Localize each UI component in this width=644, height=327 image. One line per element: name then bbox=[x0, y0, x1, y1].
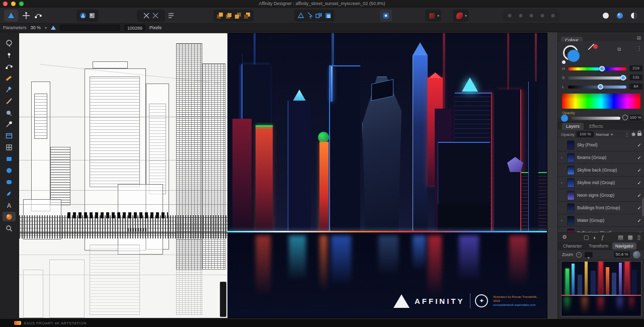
blend-mode-dropdown[interactable]: Normal bbox=[596, 132, 609, 137]
zoom-preset-dropdown[interactable]: ▾ bbox=[585, 252, 593, 258]
zoom-value[interactable]: 50.8 % bbox=[614, 252, 630, 258]
layer-row[interactable]: Neon signs (Group) ✓ bbox=[558, 189, 644, 202]
layer-thumbnail[interactable] bbox=[567, 216, 575, 225]
tab-layers[interactable]: Layers bbox=[562, 123, 584, 130]
layer-name[interactable]: Buildings front (Group) bbox=[577, 205, 635, 210]
fill-tool[interactable] bbox=[3, 108, 16, 117]
layer-visibility-check[interactable]: ✓ bbox=[637, 218, 641, 223]
colour-slider-H[interactable] bbox=[568, 67, 626, 70]
zoom-tool[interactable] bbox=[3, 223, 16, 233]
layer-visibility-check[interactable]: ✓ bbox=[637, 180, 641, 186]
vector-brush-tool[interactable] bbox=[3, 189, 16, 198]
zoom-out-icon[interactable]: − bbox=[576, 252, 582, 258]
layer-row[interactable]: › Water (Group) ✓ bbox=[558, 214, 644, 227]
snapping-button[interactable] bbox=[380, 10, 392, 22]
layer-thumbnail[interactable] bbox=[567, 191, 575, 200]
distribute-v-icon[interactable] bbox=[548, 11, 557, 20]
layer-row[interactable]: Buildings front (Group) ✓ bbox=[558, 202, 644, 214]
zoom-reset-button[interactable] bbox=[633, 251, 640, 259]
expand-caret-icon[interactable]: › bbox=[561, 218, 565, 223]
slider-value-H[interactable]: 219 bbox=[629, 65, 642, 71]
canvas-area[interactable]: AFFINITY ✦ Illustration by Roman Tverdoh… bbox=[18, 32, 557, 319]
artboard-tool[interactable] bbox=[3, 131, 16, 140]
kebab-menu-icon[interactable]: ⋮ bbox=[636, 45, 642, 52]
designer-persona-icon[interactable] bbox=[78, 11, 88, 20]
brush-colour-button[interactable]: ▾ bbox=[453, 10, 469, 22]
layer-row[interactable]: Skyline back (Group) ✓ bbox=[558, 164, 644, 177]
layer-name[interactable]: Neon signs (Group) bbox=[577, 193, 635, 198]
chevron-down-icon[interactable]: ▾ bbox=[45, 26, 47, 30]
adjustment-icon[interactable]: ◐ bbox=[593, 234, 597, 240]
preview-split-icon[interactable] bbox=[629, 11, 638, 20]
brush-tool[interactable] bbox=[3, 96, 16, 106]
pen-point-tool[interactable] bbox=[3, 50, 16, 59]
document-artwork[interactable]: AFFINITY ✦ Illustration by Roman Tverdoh… bbox=[19, 33, 547, 318]
delete-layer-icon[interactable]: ▯ bbox=[637, 234, 640, 240]
colour-slider-S[interactable] bbox=[568, 76, 626, 79]
spectrum-strip[interactable] bbox=[562, 94, 640, 109]
fill-colour-well[interactable] bbox=[567, 49, 580, 62]
toggle-group[interactable] bbox=[137, 10, 165, 22]
move-to-front-icon[interactable] bbox=[215, 11, 224, 20]
tab-character[interactable]: Character bbox=[560, 242, 585, 250]
mask-icon[interactable]: ▢ bbox=[584, 234, 589, 240]
node-edit-icon[interactable] bbox=[34, 11, 43, 20]
align-left-icon[interactable] bbox=[505, 11, 514, 20]
link-icon[interactable]: ⧉ bbox=[617, 46, 621, 52]
move-forward-icon[interactable] bbox=[224, 11, 233, 20]
layer-name[interactable]: Skyline mid (Group) bbox=[577, 180, 635, 185]
distribute-h-icon[interactable] bbox=[538, 11, 547, 20]
layer-name[interactable]: Beams (Group) bbox=[577, 155, 635, 160]
add-pixel-layer-icon[interactable]: ▤ bbox=[618, 234, 623, 240]
context-field-value[interactable]: 100286 bbox=[124, 25, 145, 31]
effects-fx-icon[interactable]: ƒ bbox=[601, 234, 604, 240]
move-to-back-icon[interactable] bbox=[243, 11, 252, 20]
options-list-button[interactable] bbox=[166, 10, 176, 22]
insert-inside-icon[interactable] bbox=[324, 11, 333, 20]
colour-slider-L[interactable] bbox=[568, 86, 626, 89]
tab-navigator[interactable]: Navigator bbox=[612, 242, 636, 250]
cut-a-icon[interactable] bbox=[142, 11, 151, 20]
expand-caret-icon[interactable]: › bbox=[561, 155, 565, 160]
cut-b-icon[interactable] bbox=[151, 11, 160, 20]
lasso-tool[interactable] bbox=[3, 38, 16, 48]
align-right-icon[interactable] bbox=[527, 11, 536, 20]
panel-menu-icon[interactable]: ▤ bbox=[636, 35, 641, 40]
preview-light-icon[interactable] bbox=[601, 11, 610, 20]
tab-transform[interactable]: Transform bbox=[586, 242, 611, 250]
slider-value-S[interactable]: 131 bbox=[629, 74, 642, 80]
opacity-value[interactable]: 100 % bbox=[629, 115, 641, 121]
text-tool[interactable]: A bbox=[3, 200, 16, 210]
options-list-icon[interactable] bbox=[167, 11, 176, 20]
layer-visibility-check[interactable]: ✓ bbox=[637, 142, 641, 148]
transparency-tool[interactable] bbox=[3, 212, 16, 221]
slider-handle-S[interactable] bbox=[620, 75, 626, 80]
units-dropdown[interactable]: Pixels bbox=[149, 25, 162, 30]
layer-name[interactable]: Sky (Pixel) bbox=[577, 142, 635, 147]
layer-visibility-check[interactable]: ✓ bbox=[637, 205, 641, 211]
layer-thumbnail[interactable] bbox=[567, 153, 575, 162]
insert-cursor-icon[interactable] bbox=[305, 11, 314, 20]
layer-thumbnail[interactable] bbox=[567, 203, 575, 213]
none-icon[interactable] bbox=[622, 115, 628, 120]
layer-thumbnail[interactable] bbox=[567, 140, 575, 150]
pencil-tool[interactable] bbox=[3, 73, 16, 83]
shield-icon[interactable]: ⬟ bbox=[631, 132, 635, 137]
rounded-rectangle-tool[interactable] bbox=[3, 177, 16, 187]
slider-handle-L[interactable] bbox=[598, 84, 603, 90]
layer-name[interactable]: Water (Group) bbox=[577, 218, 635, 223]
layer-row[interactable]: › Skyline mid (Group) ✓ bbox=[558, 177, 644, 189]
app-logo-icon[interactable] bbox=[7, 11, 16, 20]
expand-caret-icon[interactable]: › bbox=[561, 181, 565, 185]
context-value[interactable]: 30 % bbox=[31, 25, 41, 30]
add-layer-icon[interactable]: ▦ bbox=[628, 234, 633, 240]
vector-pen-tool[interactable] bbox=[3, 85, 16, 94]
app-logo-button[interactable] bbox=[4, 10, 18, 22]
ellipse-tool[interactable] bbox=[3, 166, 16, 175]
align-center-icon[interactable] bbox=[516, 11, 525, 20]
layer-visibility-check[interactable]: ✓ bbox=[637, 193, 641, 198]
geometry-group[interactable] bbox=[294, 10, 335, 22]
colour-picker-tool[interactable] bbox=[3, 119, 16, 129]
insert-triangle-icon[interactable] bbox=[296, 11, 305, 20]
layers-scrollbar[interactable] bbox=[642, 198, 644, 216]
